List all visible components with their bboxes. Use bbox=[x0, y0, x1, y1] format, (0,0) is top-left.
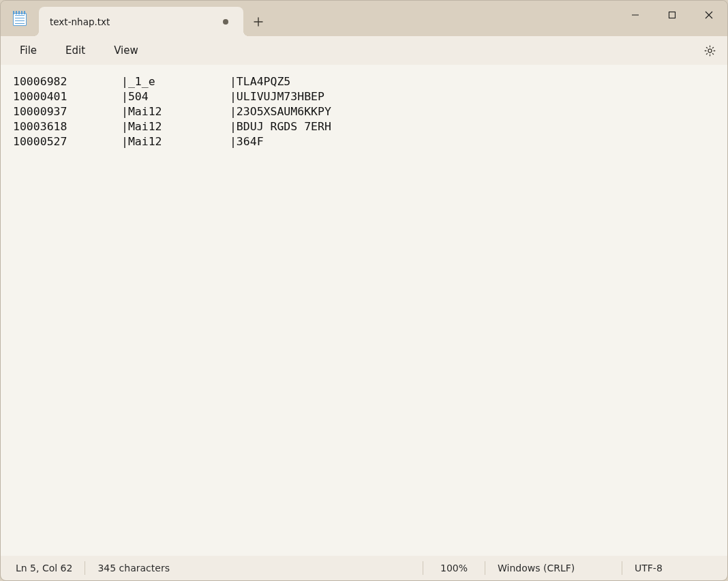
tab-title: text-nhap.txt bbox=[50, 16, 217, 27]
status-char-count[interactable]: 345 characters bbox=[85, 561, 182, 576]
status-line-ending[interactable]: Windows (CRLF) bbox=[485, 561, 622, 576]
statusbar: Ln 5, Col 62 345 characters 100% Windows… bbox=[1, 556, 727, 580]
maximize-icon bbox=[668, 11, 676, 19]
menu-view[interactable]: View bbox=[104, 40, 148, 61]
menu-file[interactable]: File bbox=[10, 40, 46, 61]
menubar: File Edit View bbox=[1, 36, 727, 65]
maximize-button[interactable] bbox=[654, 3, 691, 27]
unsaved-dot-icon bbox=[223, 19, 228, 25]
titlebar: text-nhap.txt bbox=[1, 1, 727, 36]
tab-close-or-dirty[interactable] bbox=[217, 14, 234, 30]
status-zoom[interactable]: 100% bbox=[423, 561, 485, 576]
svg-rect-0 bbox=[669, 12, 676, 18]
menu-edit[interactable]: Edit bbox=[56, 40, 95, 61]
minimize-icon bbox=[631, 11, 639, 19]
tab-current[interactable]: text-nhap.txt bbox=[39, 7, 243, 36]
notepad-icon bbox=[13, 11, 27, 26]
close-button[interactable] bbox=[691, 3, 727, 27]
plus-icon bbox=[254, 17, 263, 27]
svg-point-1 bbox=[708, 48, 711, 52]
status-encoding[interactable]: UTF-8 bbox=[622, 561, 725, 576]
close-icon bbox=[705, 11, 713, 19]
status-cursor-position[interactable]: Ln 5, Col 62 bbox=[3, 561, 85, 576]
settings-button[interactable] bbox=[697, 38, 722, 63]
minimize-button[interactable] bbox=[617, 3, 654, 27]
gear-icon bbox=[703, 44, 716, 57]
text-editor[interactable]: 10006982 |_1_e |TLA4PQZ5 10000401 |504 |… bbox=[1, 65, 727, 556]
window-controls bbox=[617, 1, 727, 36]
